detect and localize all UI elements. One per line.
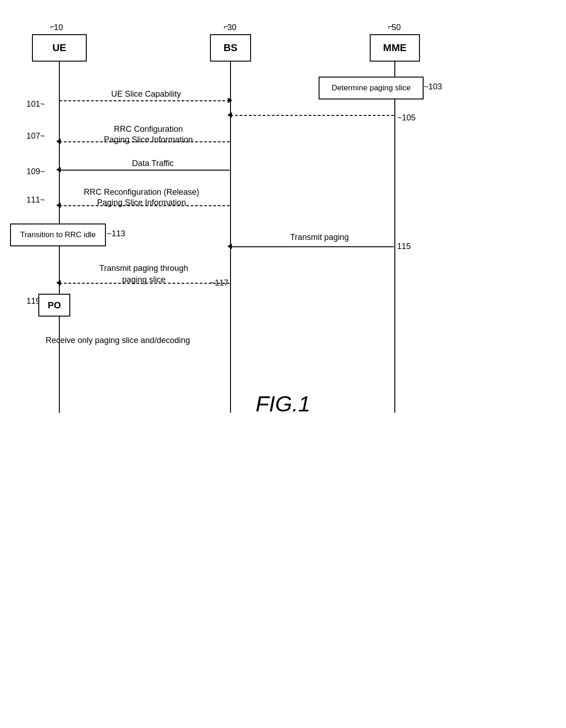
ref-105: ~105 (397, 113, 416, 123)
mme-label: MME (383, 42, 406, 54)
fig1-caption: FIG.1 (0, 391, 566, 416)
msg-109-line (59, 170, 230, 171)
msg-109-label: Data Traffic (89, 159, 217, 168)
msg-117-line (59, 283, 230, 284)
rrc-idle-box: Transition to RRC idle (10, 224, 106, 246)
ue-ref: 10 (54, 23, 63, 32)
msg-105-arrow (227, 112, 232, 118)
msg-101-line (59, 100, 230, 101)
msg-107-arrow (56, 139, 61, 144)
mme-ref: 50 (392, 23, 401, 32)
msg-105-line (231, 115, 394, 116)
ref-111: 111~ (26, 195, 45, 205)
fig2-area: 201 ⌐ 203 ⌐ 205 ⌐ 207 ⌐ 209 ⌐ CommonSI S… (0, 484, 566, 728)
ref-109: 109~ (26, 167, 45, 177)
rrc-idle-label: Transition to RRC idle (20, 230, 96, 239)
bs-label: BS (224, 42, 238, 54)
determine-paging-slice-label: Determine paging slice (332, 83, 411, 93)
ref-101: 101~ (26, 99, 45, 109)
bs-entity-box: BS (210, 34, 251, 62)
ref-107: 107~ (26, 131, 45, 141)
determine-paging-slice-box: Determine paging slice (319, 77, 424, 99)
ref-103: ~103 (424, 82, 442, 92)
mme-vline (394, 62, 395, 413)
msg-117-label: Transmit paging throughpaging slice (71, 263, 217, 286)
receive-label: Receive only paging slice and/decoding (46, 336, 228, 345)
ref-113: ~113 (107, 229, 126, 239)
diagram-container: 10 ⌐ 30 ⌐ 50 ⌐ UE BS MME Determine pagin… (0, 0, 566, 728)
ue-label: UE (52, 42, 67, 54)
msg-115-line (231, 246, 394, 247)
ref-115: 115 (397, 242, 411, 251)
msg-101-label: UE Slice Capability (73, 89, 219, 99)
msg-107-line (59, 141, 230, 142)
msg-111-arrow (56, 203, 61, 208)
ue-entity-box: UE (32, 34, 87, 62)
bs-ref: 30 (227, 23, 236, 32)
msg-117-arrow (56, 280, 61, 286)
msg-109-arrow (56, 167, 61, 172)
msg-115-arrow (227, 244, 232, 249)
msg-115-label: Transmit paging (260, 233, 379, 242)
po-box: PO (38, 294, 70, 317)
msg-101-arrow (228, 98, 232, 103)
msg-111-line (59, 205, 230, 206)
fig1-area: 10 ⌐ 30 ⌐ 50 ⌐ UE BS MME Determine pagin… (0, 9, 566, 429)
mme-entity-box: MME (370, 34, 420, 62)
po-label: PO (48, 300, 61, 311)
